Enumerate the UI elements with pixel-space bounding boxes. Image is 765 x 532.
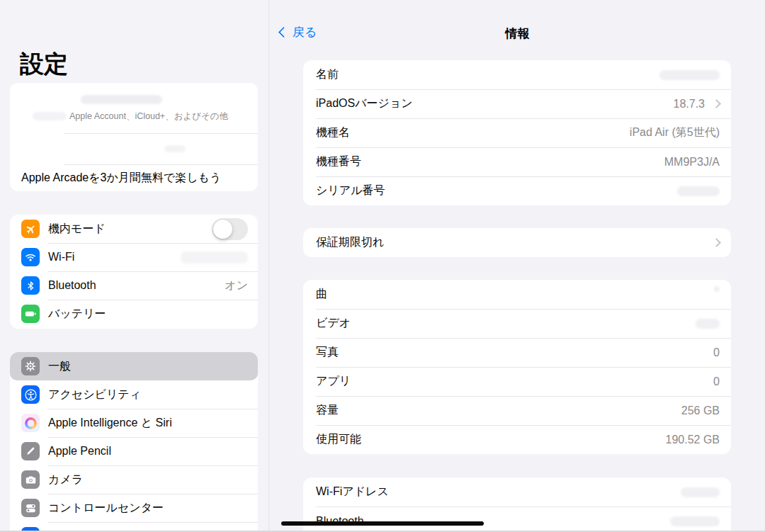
row-name[interactable]: 名前 xyxy=(303,60,731,89)
name-label: 名前 xyxy=(316,67,339,82)
storage-card: 曲 ビデオ 写真 0 アプリ 0 容量 256 GB 使用可能 190.52 G xyxy=(303,280,731,454)
apps-label: アプリ xyxy=(316,374,351,389)
model-name-value: iPad Air (第5世代) xyxy=(630,125,720,140)
photos-value: 0 xyxy=(713,346,720,359)
sidebar-item-camera[interactable]: カメラ xyxy=(10,465,258,494)
account-middle-row[interactable] xyxy=(10,133,258,164)
capacity-label: 容量 xyxy=(316,403,339,418)
chevron-right-icon xyxy=(712,99,721,108)
videos-label: ビデオ xyxy=(316,316,351,331)
sidebar-item-airplane-mode[interactable]: 機内モード xyxy=(10,215,258,243)
row-model-name[interactable]: 機種名 iPad Air (第5世代) xyxy=(303,118,731,147)
redacted-middle-value xyxy=(164,145,186,152)
camera-icon xyxy=(21,470,40,489)
home-indicator[interactable] xyxy=(281,521,484,526)
row-serial-number[interactable]: シリアル番号 xyxy=(303,176,731,205)
about-card: 名前 iPadOSバージョン 18.7.3 機種名 iPad Air (第5世代… xyxy=(303,60,731,205)
sidebar-item-wifi[interactable]: Wi-Fi xyxy=(10,243,258,271)
bluetooth-icon xyxy=(21,276,40,295)
airplane-mode-label: 機内モード xyxy=(48,222,106,237)
airplane-icon xyxy=(21,220,40,238)
connectivity-card: 機内モード Wi-Fi Bluetooth xyxy=(10,215,258,329)
control-center-label: コントロールセンター xyxy=(48,501,164,516)
available-label: 使用可能 xyxy=(316,432,361,447)
apple-pencil-label: Apple Pencil xyxy=(48,445,111,458)
model-number-value: MM9P3J/A xyxy=(664,156,720,169)
row-bluetooth-address[interactable]: Bluetooth xyxy=(303,506,731,532)
serial-number-label: シリアル番号 xyxy=(316,183,385,198)
row-available[interactable]: 使用可能 190.52 GB xyxy=(303,425,731,454)
page-title: 情報 xyxy=(270,26,765,42)
battery-label: バッテリー xyxy=(48,307,106,322)
accessibility-icon xyxy=(21,385,40,404)
sidebar-title: 設定 xyxy=(20,48,68,81)
redacted-account-name xyxy=(81,95,162,104)
control-center-icon xyxy=(21,499,40,517)
arcade-promo-label: Apple Arcadeを3か月間無料で楽しもう xyxy=(21,171,221,186)
sidebar-item-accessibility[interactable]: アクセシビリティ xyxy=(10,380,258,409)
wifi-address-label: Wi-Fiアドレス xyxy=(316,485,389,499)
model-number-label: 機種番号 xyxy=(316,154,361,169)
row-wifi-address[interactable]: Wi-Fiアドレス xyxy=(303,477,731,506)
about-pane: 戻る 情報 名前 iPadOSバージョン 18.7.3 機種名 iPad Air… xyxy=(270,0,765,532)
account-subtitle: Apple Account、iCloud+、およびその他 xyxy=(69,111,228,123)
row-videos[interactable]: ビデオ xyxy=(303,309,731,338)
redacted-wifi-address xyxy=(681,487,720,497)
songs-label: 曲 xyxy=(316,287,327,302)
row-capacity[interactable]: 容量 256 GB xyxy=(303,396,731,425)
redacted-serial-value xyxy=(677,186,720,196)
row-apps[interactable]: アプリ 0 xyxy=(303,367,731,396)
bluetooth-value: オン xyxy=(225,278,248,293)
apple-intelligence-label: Apple Intelligence と Siri xyxy=(48,416,172,431)
photos-label: 写真 xyxy=(316,345,339,360)
sidebar-item-bluetooth[interactable]: Bluetooth オン xyxy=(10,271,258,300)
general-label: 一般 xyxy=(48,359,71,374)
wifi-label: Wi-Fi xyxy=(48,251,74,264)
sidebar-item-general[interactable]: 一般 xyxy=(10,352,258,380)
warranty-label: 保証期限切れ xyxy=(316,235,384,250)
warranty-card: 保証期限切れ xyxy=(303,228,731,257)
chevron-right-icon xyxy=(712,238,721,247)
redacted-videos-value xyxy=(696,319,720,329)
model-name-label: 機種名 xyxy=(316,125,350,140)
bluetooth-label: Bluetooth xyxy=(48,279,96,292)
camera-label: カメラ xyxy=(48,472,83,487)
gear-icon xyxy=(21,357,40,375)
apple-arcade-promo-row[interactable]: Apple Arcadeを3か月間無料で楽しもう xyxy=(10,164,258,191)
row-ipados-version[interactable]: iPadOSバージョン 18.7.3 xyxy=(303,89,731,118)
available-value: 190.52 GB xyxy=(666,434,720,446)
sidebar-item-control-center[interactable]: コントロールセンター xyxy=(10,494,258,522)
settings-sidebar: 設定 Apple Account、iCloud+、およびその他 Apple Ar… xyxy=(0,0,269,532)
ipados-version-value: 18.7.3 xyxy=(674,98,705,111)
battery-icon xyxy=(21,305,40,323)
wifi-icon xyxy=(21,248,40,266)
ipad-settings-screen: { "status_bar": { "time": "11:30", "date… xyxy=(0,0,765,532)
sidebar-item-apple-intelligence-siri[interactable]: Apple Intelligence と Siri xyxy=(10,409,258,437)
apple-intelligence-icon xyxy=(21,414,40,432)
ipados-version-label: iPadOSバージョン xyxy=(316,96,413,111)
general-group-card: 一般 アクセシビリティ Apple Intelligence と Siri xyxy=(10,352,258,532)
capacity-value: 256 GB xyxy=(681,404,720,417)
sidebar-item-apple-pencil[interactable]: Apple Pencil xyxy=(10,437,258,465)
account-card: Apple Account、iCloud+、およびその他 Apple Arcad… xyxy=(10,83,258,191)
pencil-icon xyxy=(21,442,40,460)
redacted-subtitle-prefix xyxy=(33,112,67,120)
apple-account-row[interactable]: Apple Account、iCloud+、およびその他 xyxy=(10,83,258,133)
redacted-songs-value xyxy=(714,286,720,292)
redacted-name-value xyxy=(659,70,720,80)
redacted-bluetooth-address xyxy=(670,516,720,526)
accessibility-label: アクセシビリティ xyxy=(48,387,141,402)
row-model-number[interactable]: 機種番号 MM9P3J/A xyxy=(303,147,731,176)
airplane-mode-toggle[interactable] xyxy=(212,218,248,240)
redacted-wifi-network xyxy=(181,251,248,264)
sidebar-item-battery[interactable]: バッテリー xyxy=(10,300,258,328)
row-photos[interactable]: 写真 0 xyxy=(303,338,731,367)
apps-value: 0 xyxy=(713,375,720,388)
row-warranty[interactable]: 保証期限切れ xyxy=(303,228,731,257)
row-songs[interactable]: 曲 xyxy=(303,280,731,309)
